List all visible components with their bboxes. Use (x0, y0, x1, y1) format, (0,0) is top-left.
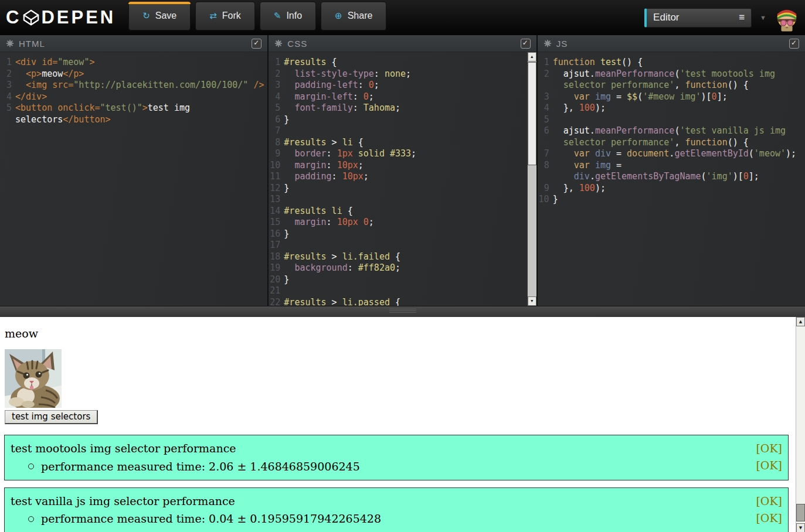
codepen-cube-icon (22, 9, 40, 26)
scroll-up-icon[interactable]: ▲ (528, 52, 536, 62)
line-number: 7 (538, 148, 553, 160)
line-number: 4 (269, 91, 284, 103)
line-number: 9 (269, 148, 284, 160)
js-panel-header: JS ✓ (538, 35, 805, 52)
line-number: 12 (269, 183, 284, 195)
line-number: 2 (0, 69, 15, 80)
line-number (538, 80, 553, 91)
html-panel-title: HTML (19, 39, 45, 49)
css-code-editor[interactable]: 1#results {2 list-style-type: none;3 pad… (269, 52, 536, 306)
line-number (538, 137, 553, 149)
line-number: 18 (269, 251, 284, 263)
line-number: 20 (269, 274, 284, 286)
code-line: <button onclick="test()">test img (15, 103, 190, 114)
code-line: var div = document.getElementById('meow'… (553, 148, 796, 160)
user-menu-caret-icon[interactable]: ▼ (760, 14, 766, 21)
line-number: 3 (269, 80, 284, 91)
code-line: } (553, 194, 558, 206)
line-number: 10 (269, 160, 284, 172)
line-number: 19 (269, 262, 284, 274)
info-button-label: Info (286, 11, 302, 21)
code-line: }, 100); (553, 103, 606, 114)
code-line: } (284, 183, 289, 195)
gear-icon[interactable] (6, 39, 14, 47)
share-button[interactable]: ⊕ Share (321, 2, 386, 30)
codepen-logo[interactable]: C DEPEN (6, 7, 116, 28)
line-number: 3 (538, 91, 553, 103)
info-button[interactable]: ✎ Info (260, 2, 316, 30)
test-img-selectors-button[interactable]: test img selectors (5, 410, 98, 424)
top-bar: C DEPEN ↻ Save ⇄ Fork ✎ Info ⊕ Share (0, 0, 805, 35)
css-panel-title: CSS (287, 39, 307, 49)
code-line: margin: 10px 0; (284, 217, 374, 229)
code-line: list-style-type: none; (284, 69, 411, 80)
code-line: padding: 10px; (284, 171, 369, 183)
line-number (0, 114, 15, 126)
css-enable-checkbox[interactable]: ✓ (521, 39, 531, 49)
line-number: 15 (269, 217, 284, 229)
scroll-down-icon[interactable]: ▼ (528, 296, 536, 306)
preview-scrollbar[interactable]: ▲ ▼ (796, 317, 805, 532)
gear-icon[interactable] (274, 39, 283, 47)
code-line: selector performance', function() { (553, 137, 749, 149)
fork-icon: ⇄ (209, 11, 217, 21)
css-scrollbar-thumb[interactable] (528, 62, 536, 165)
code-line: ajsut.meanPerformance('test mootools img (553, 69, 775, 80)
code-line: ajsut.meanPerformance('test vanilla js i… (553, 125, 786, 137)
css-panel: CSS ✓ 1#results {2 list-style-type: none… (269, 35, 536, 306)
line-number: 1 (538, 57, 553, 69)
view-mode-selector[interactable]: Editor ≡ (644, 8, 752, 28)
scroll-down-icon[interactable]: ▼ (796, 523, 805, 532)
css-panel-header: CSS ✓ (269, 35, 536, 52)
code-line: #results > li { (284, 137, 363, 149)
js-code-editor[interactable]: 1function test() {2 ajsut.meanPerformanc… (538, 52, 805, 306)
result-status-badge: [OK] (756, 493, 782, 510)
js-enable-checkbox[interactable]: ✓ (789, 39, 799, 49)
code-line: <img src="http://placekitten.com/100/100… (15, 80, 264, 91)
top-bar-right: Editor ≡ ▼ (644, 4, 799, 32)
save-button[interactable]: ↻ Save (128, 2, 191, 30)
fork-button-label: Fork (222, 11, 241, 21)
code-line: <div id="meow"> (15, 57, 94, 69)
list-bullet-icon (28, 516, 34, 522)
code-line: } (284, 229, 289, 240)
js-panel: JS ✓ 1function test() {2 ajsut.meanPerfo… (538, 35, 805, 306)
user-avatar[interactable] (775, 4, 799, 32)
line-number: 6 (538, 125, 553, 137)
result-detail: performance measured time: 2.06 ± 1.4684… (41, 458, 360, 475)
code-line: #results li { (284, 206, 352, 217)
code-line: } (284, 274, 289, 286)
code-line: <p>meow</p> (15, 69, 84, 80)
preview-scrollbar-thumb[interactable] (796, 504, 805, 521)
preview-content: meow (0, 317, 805, 532)
line-number: 1 (0, 57, 15, 69)
code-line: padding-left: 0; (284, 80, 379, 91)
line-number: 21 (269, 285, 284, 297)
preview-paragraph: meow (5, 317, 789, 340)
code-line: #results { (284, 57, 337, 69)
line-number: 8 (269, 137, 284, 149)
code-line: }, 100); (553, 183, 606, 195)
css-editor-scrollbar[interactable]: ▲ ▼ (527, 52, 536, 306)
line-number: 16 (269, 229, 284, 240)
divider-drag-handle[interactable] (389, 309, 416, 314)
scroll-up-icon[interactable]: ▲ (796, 317, 805, 326)
code-line: div.getElementsByTagName('img')[0]; (553, 171, 759, 183)
line-number: 13 (269, 194, 284, 206)
code-line: #results > li.failed { (284, 251, 400, 263)
gear-icon[interactable] (544, 39, 552, 47)
code-line: selector performance', function() { (553, 80, 749, 91)
save-button-label: Save (155, 11, 176, 21)
code-line: margin-left: 0; (284, 91, 374, 103)
line-number: 5 (538, 114, 553, 126)
js-panel-title: JS (556, 39, 568, 49)
fork-button[interactable]: ⇄ Fork (195, 2, 255, 30)
html-enable-checkbox[interactable]: ✓ (252, 39, 261, 49)
html-code-editor[interactable]: 1<div id="meow">2 <p>meow</p>3 <img src=… (0, 52, 267, 306)
test-result-passed: test mootools img selector performance [… (4, 435, 789, 480)
code-line: } (284, 114, 289, 126)
logo-text-right: DEPEN (41, 7, 116, 28)
line-number: 7 (269, 125, 284, 137)
list-bullet-icon (28, 463, 34, 469)
code-line: background: #ff82a0; (284, 262, 400, 274)
